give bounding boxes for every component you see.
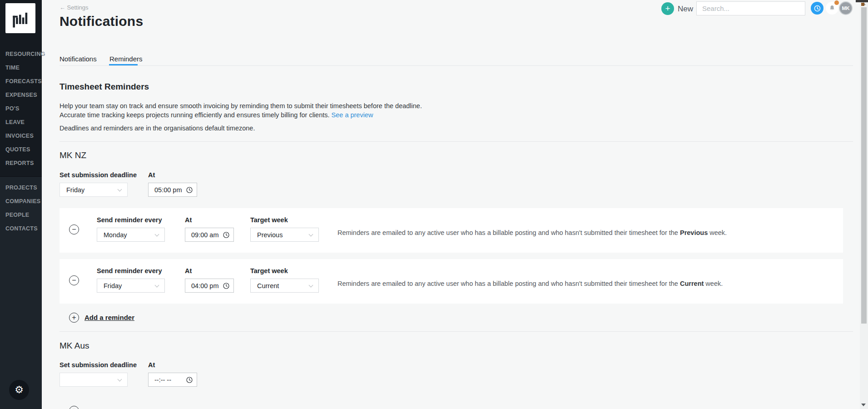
sidebar-item-expenses[interactable]: EXPENSES [0,88,42,102]
clock-icon [223,282,230,289]
time-tracker-button[interactable] [811,2,823,15]
corner-fragment [856,0,868,2]
sidebar-item-forecasts[interactable]: FORECASTS [0,75,42,88]
description-line-1: Help your team stay on track and ensure … [60,101,422,110]
sidebar-secondary-nav: PROJECTS COMPANIES PEOPLE CONTACTS [0,181,42,235]
notification-badge-dot [834,0,839,5]
scrollbar-thumb[interactable] [861,7,867,324]
deadline-label: Set submission deadline [60,171,137,179]
target-week-select[interactable]: Current [250,279,319,293]
reminder-explanation: Reminders are emailed to any active user… [337,229,727,236]
deadline-day-select[interactable]: Friday [60,183,128,197]
target-week-label: Target week [250,216,288,224]
new-button[interactable]: + [661,2,674,15]
sidebar-item-time[interactable]: TIME [0,61,42,75]
sidebar-item-pos[interactable]: PO'S [0,102,42,115]
chevron-down-icon [155,232,159,237]
add-reminder-button[interactable]: + [69,313,79,323]
deadline-day-value: Friday [66,186,84,194]
chevron-down-icon [309,283,313,288]
sidebar-item-resourcing[interactable]: RESOURCING [0,47,42,61]
sidebar-item-contacts[interactable]: CONTACTS [0,222,42,235]
user-avatar[interactable]: MK [839,1,853,15]
reminder-day-value: Monday [104,231,127,239]
sidebar-item-quotes[interactable]: QUOTES [0,143,42,156]
search-input[interactable] [696,1,805,15]
deadline-time-value: 05:00 pm [154,186,182,194]
chevron-down-icon [155,283,159,288]
reminder-card: − Send reminder every At Target week Mon… [60,208,843,253]
deadline-label: Set submission deadline [60,361,137,369]
target-week-label: Target week [250,267,288,274]
new-button-label[interactable]: New [678,5,693,14]
gear-icon: ⚙ [15,384,24,396]
deadline-day-select[interactable] [60,373,128,387]
timezone-note: Deadlines and reminders are in the organ… [60,125,255,132]
clock-icon [186,376,193,384]
see-a-preview-link[interactable]: See a preview [332,111,373,119]
tab-notifications[interactable]: Notifications [60,55,97,63]
remove-reminder-button[interactable]: − [69,224,79,234]
sidebar-item-reports[interactable]: REPORTS [0,156,42,170]
target-week-value: Current [257,282,279,289]
scrollbar-down-arrow[interactable] [861,404,866,406]
add-reminder-button[interactable]: + [69,406,79,409]
deadline-time-input[interactable]: --:-- -- [148,373,197,387]
reminder-time-value: 04:00 pm [191,282,218,289]
reminder-day-select[interactable]: Friday [97,279,165,293]
reminder-time-input[interactable]: 04:00 pm [185,279,234,293]
clock-icon [223,231,230,239]
group-name-mk-nz: MK NZ [60,150,86,160]
page-title: Notifications [60,14,143,29]
group-name-mk-aus: MK Aus [60,341,89,351]
chevron-down-icon [309,232,313,237]
section-description: Help your team stay on track and ensure … [60,101,422,120]
sidebar-item-people[interactable]: PEOPLE [0,208,42,222]
sidebar: RESOURCING TIME FORECASTS EXPENSES PO'S … [0,0,42,409]
sidebar-item-invoices[interactable]: INVOICES [0,129,42,143]
tabs-divider [60,65,853,66]
chevron-down-icon [118,187,122,192]
at-label: At [148,171,155,179]
sidebar-item-leave[interactable]: LEAVE [0,115,42,129]
plus-icon: + [665,4,670,14]
sidebar-primary-nav: RESOURCING TIME FORECASTS EXPENSES PO'S … [0,47,42,170]
sidebar-item-companies[interactable]: COMPANIES [0,195,42,208]
settings-gear-button[interactable]: ⚙ [9,380,29,400]
reminder-time-value: 09:00 am [191,231,218,239]
chevron-down-icon [118,377,122,382]
send-every-label: Send reminder every [97,267,162,274]
sidebar-item-projects[interactable]: PROJECTS [0,181,42,195]
at-label: At [148,361,155,369]
deadline-time-input[interactable]: 05:00 pm [148,183,197,197]
target-week-select[interactable]: Previous [250,228,319,242]
app-root: RESOURCING TIME FORECASTS EXPENSES PO'S … [0,0,868,409]
at-label: At [185,267,192,274]
send-every-label: Send reminder every [97,216,162,224]
reminder-explanation: Reminders are emailed to any active user… [337,280,723,287]
clock-icon [813,5,821,12]
corner-fragment [861,3,864,6]
reminder-time-input[interactable]: 09:00 am [185,228,234,242]
description-line-2: Accurate time tracking keeps projects ru… [60,110,422,120]
logo-bars-icon [9,7,32,30]
app-logo[interactable] [5,3,35,33]
reminder-day-value: Friday [104,282,122,289]
reminder-day-select[interactable]: Monday [97,228,165,242]
add-reminder-label[interactable]: Add a reminder [84,314,134,321]
at-label: At [185,216,192,224]
target-week-value: Previous [257,231,283,239]
section-divider [60,141,853,142]
section-divider [60,331,853,332]
breadcrumb-settings-link[interactable]: ← Settings [60,4,89,11]
clock-icon [186,186,193,194]
remove-reminder-button[interactable]: − [69,275,79,285]
deadline-time-value: --:-- -- [154,376,171,384]
section-title: Timesheet Reminders [60,82,149,92]
bell-icon [828,5,836,12]
tab-reminders[interactable]: Reminders [109,55,143,63]
reminder-card: − Send reminder every At Target week Fri… [60,259,843,304]
